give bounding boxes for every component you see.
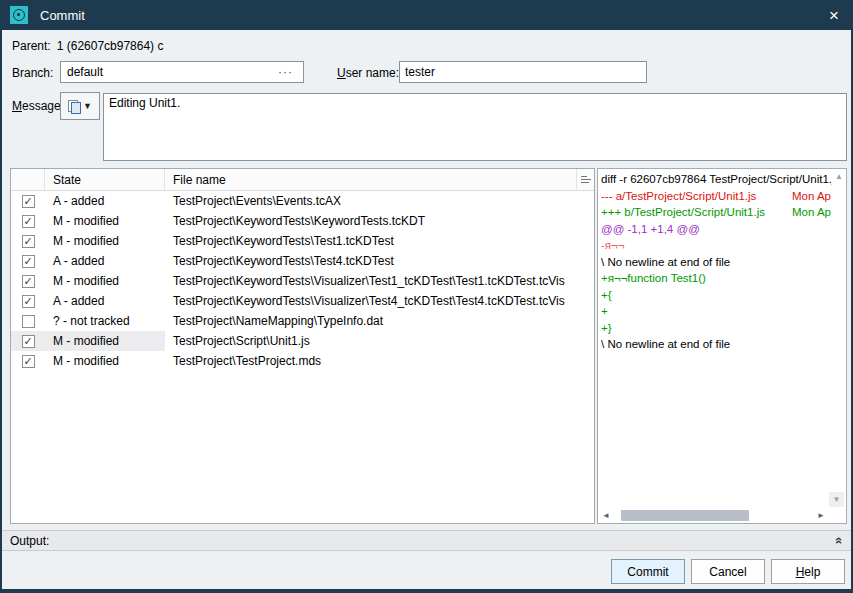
close-icon[interactable]: × (829, 7, 839, 24)
header-state-column[interactable]: State (45, 169, 165, 190)
state-cell: A - added (45, 194, 165, 208)
filename-cell: TestProject\KeywordTests\Test1.tcKDTest (165, 234, 594, 248)
scrollbar-thumb[interactable] (621, 510, 749, 521)
diff-date-fragment: Mon Ap (792, 188, 832, 205)
diff-line: +} (601, 320, 832, 337)
checkbox-cell: ✓ (11, 335, 45, 348)
filename-cell: TestProject\KeywordTests\Visualizer\Test… (165, 274, 594, 288)
scroll-up-icon[interactable]: ▲ (835, 172, 843, 181)
checkbox-cell: ✓ (11, 295, 45, 308)
scroll-down-icon[interactable]: ▼ (829, 492, 844, 507)
state-cell: M - modified (45, 274, 165, 288)
file-list: State File name ✓A - addedTestProject\Ev… (10, 168, 595, 524)
state-cell: ? - not tracked (45, 314, 165, 328)
table-row[interactable]: ✓A - addedTestProject\KeywordTests\Visua… (11, 291, 594, 311)
diff-panel: diff -r 62607cb97864 TestProject/Script/… (597, 168, 847, 524)
diff-date-fragment: Mon Ap (792, 204, 832, 221)
row-checkbox[interactable]: ✓ (22, 295, 35, 308)
filename-cell: TestProject\NameMapping\TypeInfo.dat (165, 314, 594, 328)
column-options-button[interactable] (577, 169, 594, 190)
table-row[interactable]: ✓M - modifiedTestProject\KeywordTests\Ke… (11, 211, 594, 231)
message-input[interactable]: Editing Unit1. (103, 93, 847, 161)
filename-cell: TestProject\KeywordTests\Test4.tcKDTest (165, 254, 594, 268)
cancel-button[interactable]: Cancel (691, 559, 765, 584)
checkbox-cell: ✓ (11, 255, 45, 268)
filename-cell: TestProject\Script\Unit1.js (165, 334, 594, 348)
diff-content: diff -r 62607cb97864 TestProject/Script/… (601, 171, 832, 508)
checkbox-cell: ✓ (11, 275, 45, 288)
checkbox-cell: ✓ (11, 235, 45, 248)
diff-line: + (601, 303, 832, 320)
filename-cell: TestProject\Events\Events.tcAX (165, 194, 594, 208)
diff-line: \ No newline at end of file (601, 336, 832, 353)
table-row[interactable]: ✓M - modifiedTestProject\TestProject.mds (11, 351, 594, 371)
diff-line: +++ b/TestProject/Script/Unit1.jsMon Ap (601, 204, 832, 221)
branch-browse-button[interactable]: ··· (278, 65, 297, 79)
diff-line: +я¬¬function Test1() (601, 270, 832, 287)
diff-line: \ No newline at end of file (601, 254, 832, 271)
parent-label: Parent: (12, 39, 51, 53)
collapse-output-icon[interactable]: « (832, 537, 847, 544)
diff-line: -я¬¬ (601, 237, 832, 254)
row-checkbox[interactable]: ✓ (22, 275, 35, 288)
horizontal-scrollbar[interactable]: ◄ ► (599, 509, 828, 522)
branch-label: Branch: (12, 66, 53, 80)
title-bar[interactable]: Commit × (0, 0, 853, 30)
state-cell: M - modified (45, 234, 165, 248)
file-list-header: State File name (11, 169, 594, 191)
filename-cell: TestProject\TestProject.mds (165, 354, 594, 368)
state-cell: M - modified (45, 354, 165, 368)
table-row[interactable]: ✓M - modifiedTestProject\KeywordTests\Te… (11, 231, 594, 251)
branch-value: default (67, 65, 278, 79)
table-row[interactable]: ✓M - modifiedTestProject\KeywordTests\Vi… (11, 271, 594, 291)
dialog-buttons: Commit Cancel Help (2, 559, 845, 584)
diff-line: +{ (601, 287, 832, 304)
parent-info: Parent:1 (62607cb97864) c (12, 39, 163, 53)
row-checkbox[interactable]: ✓ (22, 355, 35, 368)
chevron-down-icon: ▼ (83, 101, 92, 111)
username-label: User name: (337, 66, 399, 80)
checkbox-cell (11, 315, 45, 328)
checkbox-cell: ✓ (11, 355, 45, 368)
row-checkbox[interactable]: ✓ (22, 255, 35, 268)
message-label: Message: (12, 99, 64, 113)
copy-message-icon (68, 100, 80, 113)
state-cell: M - modified (45, 334, 165, 348)
row-checkbox[interactable]: ✓ (22, 335, 35, 348)
app-icon (10, 6, 28, 24)
checkbox-cell: ✓ (11, 195, 45, 208)
row-checkbox[interactable]: ✓ (22, 195, 35, 208)
table-row[interactable]: ✓A - addedTestProject\KeywordTests\Test4… (11, 251, 594, 271)
output-label: Output: (10, 534, 49, 548)
state-cell: M - modified (45, 214, 165, 228)
commit-button[interactable]: Commit (611, 559, 685, 584)
filename-cell: TestProject\KeywordTests\Visualizer\Test… (165, 294, 594, 308)
table-row[interactable]: ✓M - modifiedTestProject\Script\Unit1.js (11, 331, 594, 351)
header-filename-column[interactable]: File name (165, 169, 577, 190)
diff-line: --- a/TestProject/Script/Unit1.jsMon Ap (601, 188, 832, 205)
scroll-left-icon[interactable]: ◄ (599, 511, 613, 520)
commit-dialog: Commit × Parent:1 (62607cb97864) c Branc… (0, 0, 853, 593)
column-options-icon (581, 176, 591, 183)
state-cell: A - added (45, 294, 165, 308)
table-row[interactable]: ✓A - addedTestProject\Events\Events.tcAX (11, 191, 594, 211)
table-row[interactable]: ? - not trackedTestProject\NameMapping\T… (11, 311, 594, 331)
scroll-right-icon[interactable]: ► (814, 511, 828, 520)
filename-cell: TestProject\KeywordTests\KeywordTests.tc… (165, 214, 594, 228)
username-input[interactable] (399, 61, 647, 83)
help-button[interactable]: Help (771, 559, 845, 584)
state-cell: A - added (45, 254, 165, 268)
row-checkbox[interactable]: ✓ (22, 235, 35, 248)
message-history-button[interactable]: ▼ (60, 92, 100, 120)
branch-combo[interactable]: default ··· (60, 61, 304, 83)
diff-line: @@ -1,1 +1,4 @@ (601, 221, 832, 238)
parent-value: 1 (62607cb97864) c (57, 39, 164, 53)
output-bar: Output: « (0, 530, 853, 551)
diff-line: diff -r 62607cb97864 TestProject/Script/… (601, 171, 832, 188)
window-title: Commit (40, 8, 85, 23)
row-checkbox[interactable] (22, 315, 35, 328)
file-list-rows: ✓A - addedTestProject\Events\Events.tcAX… (11, 191, 594, 371)
checkbox-cell: ✓ (11, 215, 45, 228)
header-checkbox-column[interactable] (11, 169, 45, 190)
row-checkbox[interactable]: ✓ (22, 215, 35, 228)
